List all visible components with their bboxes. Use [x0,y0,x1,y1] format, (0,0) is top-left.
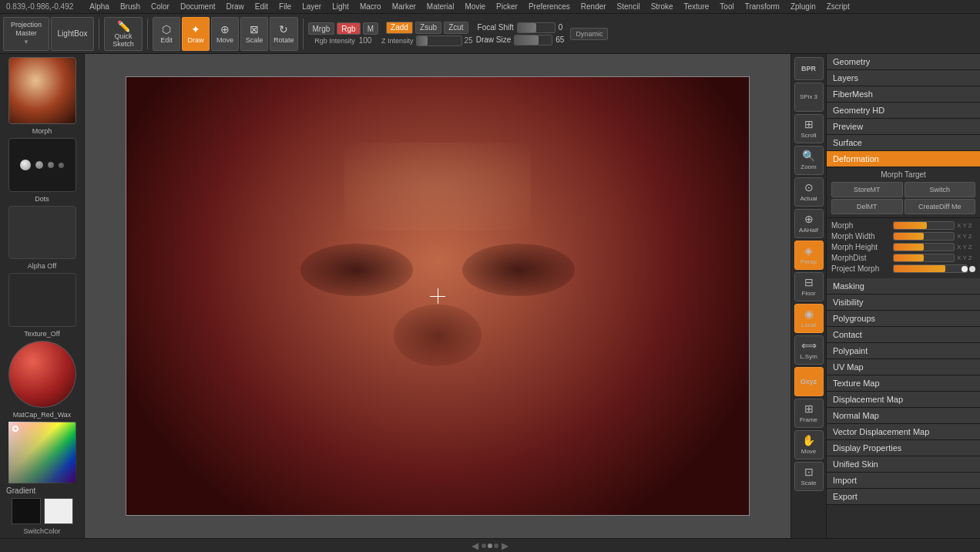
menu-item-tool[interactable]: Tool [717,2,736,11]
color-picker-container[interactable] [8,422,76,483]
switch-color-button[interactable]: SwitchColor [23,527,60,535]
swatch-dark[interactable] [12,498,41,524]
menu-item-light[interactable]: Light [330,2,351,11]
export-header[interactable]: Export [827,489,980,505]
quick-sketch-button[interactable]: ✏️ Quick Sketch [104,17,143,51]
polypaint-header[interactable]: Polypaint [827,343,980,359]
visibility-header[interactable]: Visibility [827,295,980,311]
zadd-button[interactable]: Zadd [386,22,413,34]
left-arrow[interactable]: ◀ [472,540,478,551]
frame-button[interactable]: ⊞ Frame [794,399,824,428]
move-button[interactable]: ⊕ Move [211,17,239,51]
draw-button[interactable]: ✦ Draw [182,17,210,51]
menu-item-document[interactable]: Document [178,2,218,11]
fibermesh-header[interactable]: FiberMesh [827,86,980,103]
actual-button[interactable]: ⊙ Actual [794,177,824,207]
canvas-frame[interactable] [126,76,750,516]
morph-slider[interactable] [893,221,955,230]
scale-rt-button[interactable]: ⊡ Scale [794,462,824,491]
bpr-button[interactable]: BPR [794,57,824,80]
material-preview[interactable] [8,341,76,408]
menu-item-render[interactable]: Render [579,2,609,11]
mrgb-button[interactable]: Mrgb [308,22,335,35]
menu-item-zscript[interactable]: Zscript [824,2,852,11]
menu-item-material[interactable]: Material [425,2,457,11]
alpha-preview[interactable] [8,206,76,259]
morphdist-slider[interactable] [893,254,955,262]
dynamic-button[interactable]: Dynamic [570,28,608,40]
dot-nav-3[interactable] [494,544,498,548]
surface-header[interactable]: Surface [827,135,980,151]
menu-item-edit[interactable]: Edit [253,2,270,11]
import-header[interactable]: Import [827,473,980,489]
right-arrow[interactable]: ▶ [502,540,508,551]
morph-height-slider[interactable] [893,243,955,251]
menu-item-alpha[interactable]: Alpha [87,2,112,11]
geometry-header[interactable]: Geometry [827,54,980,70]
switch-button[interactable]: Switch [904,182,976,197]
scale-button[interactable]: ⊠ Scale [240,17,268,51]
menu-item-movie[interactable]: Movie [462,2,488,11]
deformation-header[interactable]: Deformation [827,151,980,167]
layers-header[interactable]: Layers [827,70,980,86]
aahalf-button[interactable]: ⊕ AAHalf [794,209,824,238]
creatediff-button[interactable]: CreateDiff Me [904,199,976,214]
oxyz-button[interactable]: Oxyz [794,367,824,396]
menu-item-stroke[interactable]: Stroke [649,2,676,11]
menu-item-transform[interactable]: Transform [743,2,782,11]
menu-item-draw[interactable]: Draw [223,2,246,11]
menu-item-color[interactable]: Color [149,2,172,11]
rotate-button[interactable]: ↻ Rotate [270,17,298,51]
menu-item-preferences[interactable]: Preferences [526,2,572,11]
menu-item-stencil[interactable]: Stencil [615,2,643,11]
persp-button[interactable]: ◈ Persp [794,241,824,270]
rgb-button[interactable]: Rgb [337,22,360,35]
color-picker[interactable] [8,422,76,483]
project-morph-slider[interactable] [893,264,968,273]
masking-header[interactable]: Masking [827,278,980,295]
menu-item-zplugin[interactable]: Zplugin [788,2,818,11]
polygroups-header[interactable]: Polygroups [827,311,980,327]
swatch-light[interactable] [44,498,73,524]
delmt-button[interactable]: DelMT [831,199,903,214]
z-intensity-slider[interactable] [416,35,462,46]
unifiedskin-header[interactable]: Unified Skin [827,456,980,473]
move-rt-button[interactable]: ✋ Move [794,430,824,459]
normalmap-header[interactable]: Normal Map [827,408,980,424]
displayproperties-header[interactable]: Display Properties [827,440,980,456]
zoom-button[interactable]: 🔍 Zoom [794,146,824,175]
m-button[interactable]: M [363,22,378,35]
menu-item-file[interactable]: File [277,2,294,11]
vectordisplacementmap-header[interactable]: Vector Displacement Map [827,424,980,440]
geometryhd-header[interactable]: Geometry HD [827,103,980,119]
menu-item-picker[interactable]: Picker [494,2,520,11]
dots-preview[interactable] [8,138,76,191]
projection-master-button[interactable]: Projection Master ▼ [3,17,49,51]
menu-item-macro[interactable]: Macro [357,2,384,11]
contact-header[interactable]: Contact [827,327,980,343]
menu-item-marker[interactable]: Marker [390,2,418,11]
canvas-area[interactable] [85,54,790,538]
dot-nav-1[interactable] [482,544,486,548]
lightbox-button[interactable]: LightBox [51,17,94,51]
preview-header[interactable]: Preview [827,119,980,135]
texture-preview[interactable] [8,273,76,326]
spix-button[interactable]: SPix 3 [794,82,824,112]
uvmap-header[interactable]: UV Map [827,359,980,375]
zcut-button[interactable]: Zcut [444,22,468,34]
lsym-button[interactable]: ⟺ L.Sym [794,335,824,365]
scroll-button[interactable]: ⊞ Scroll [794,114,824,143]
focal-shift-slider[interactable] [517,22,555,33]
morph-width-slider[interactable] [893,232,955,241]
displacementmap-header[interactable]: Displacement Map [827,392,980,408]
zsub-button[interactable]: Zsub [415,22,441,34]
edit-button[interactable]: ⬡ Edit [153,17,180,51]
storemt-button[interactable]: StoreMT [831,182,903,197]
menu-item-texture[interactable]: Texture [682,2,712,11]
local-button[interactable]: ◉ Local [794,304,824,333]
menu-item-layer[interactable]: Layer [300,2,324,11]
dot-nav-2[interactable] [488,544,492,548]
draw-size-slider[interactable] [514,35,552,45]
texturemap-header[interactable]: Texture Map [827,375,980,392]
menu-item-brush[interactable]: Brush [118,2,143,11]
